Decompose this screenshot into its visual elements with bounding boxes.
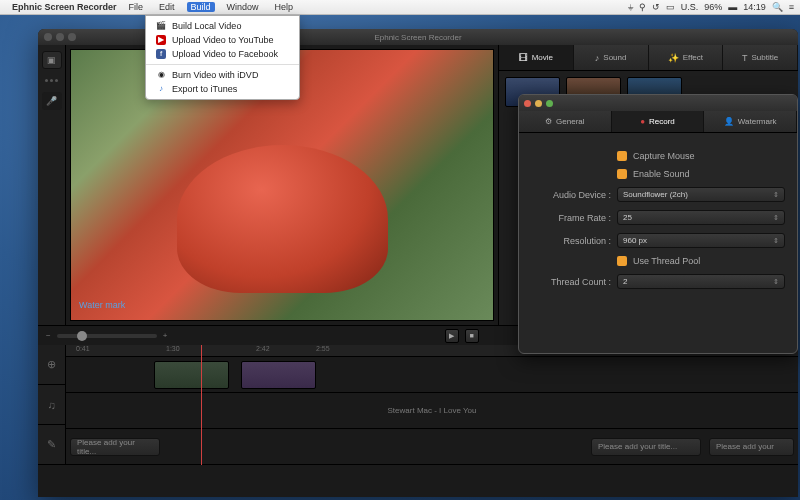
build-menu-dropdown: 🎬Build Local Video ▶Upload Video to YouT…: [145, 15, 300, 100]
window-title: Ephnic Screen Recorder: [374, 33, 461, 42]
zoom-in-icon[interactable]: +: [163, 331, 168, 340]
media-tabs: 🎞Movie ♪Sound ✨Effect TSubtitle: [499, 45, 798, 71]
menu-build-local-video[interactable]: 🎬Build Local Video: [146, 19, 299, 33]
ruler-tick: 2:55: [316, 345, 330, 352]
menu-upload-youtube[interactable]: ▶Upload Video to YouTube: [146, 33, 299, 47]
chevron-updown-icon: ⇕: [773, 237, 779, 245]
chevron-updown-icon: ⇕: [773, 191, 779, 199]
menu-edit[interactable]: Edit: [155, 2, 179, 12]
menu-upload-facebook[interactable]: fUpload Video to Facebook: [146, 47, 299, 61]
battery-percent: 96%: [704, 2, 722, 12]
menu-window[interactable]: Window: [223, 2, 263, 12]
thread-pool-label: Use Thread Pool: [633, 256, 700, 266]
bluetooth-icon[interactable]: ⚲: [639, 2, 646, 12]
spotlight-icon[interactable]: 🔍: [772, 2, 783, 12]
play-button[interactable]: ▶: [445, 329, 459, 343]
clock[interactable]: 14:19: [743, 2, 766, 12]
ruler-tick: 1:30: [166, 345, 180, 352]
title-clip[interactable]: Please add your title...: [70, 438, 160, 456]
watermark-label: Water mark: [79, 300, 125, 310]
zoom-out-icon[interactable]: −: [46, 331, 51, 340]
close-button[interactable]: [524, 100, 531, 107]
enable-sound-label: Enable Sound: [633, 169, 690, 179]
frame-rate-label: Frame Rate :: [531, 213, 611, 223]
capture-mouse-checkbox[interactable]: [617, 151, 627, 161]
audio-clip-title: Stewart Mac - I Love You: [388, 406, 477, 415]
tab-subtitle[interactable]: TSubtitle: [723, 45, 798, 70]
video-clip[interactable]: [241, 361, 316, 389]
wifi-icon[interactable]: ⏚: [628, 2, 633, 12]
frame-rate-select[interactable]: 25⇕: [617, 210, 785, 225]
effect-icon: ✨: [668, 53, 679, 63]
tool-indicator: [45, 79, 58, 82]
sync-icon[interactable]: ↺: [652, 2, 660, 12]
battery-icon[interactable]: ▭: [666, 2, 675, 12]
settings-tab-record[interactable]: ●Record: [612, 111, 705, 132]
youtube-icon: ▶: [156, 35, 166, 45]
sound-icon: ♪: [595, 53, 600, 63]
video-track-header[interactable]: ⊕: [38, 345, 65, 385]
playhead[interactable]: [201, 345, 202, 465]
itunes-icon: ♪: [156, 84, 166, 94]
chevron-updown-icon: ⇕: [773, 214, 779, 222]
minimize-button[interactable]: [56, 33, 64, 41]
audio-track-header[interactable]: ♫: [38, 385, 65, 425]
zoom-button[interactable]: [68, 33, 76, 41]
resolution-select[interactable]: 960 px⇕: [617, 233, 785, 248]
mic-tool[interactable]: 🎤: [42, 92, 62, 110]
title-clip[interactable]: Please add your: [709, 438, 794, 456]
timeline: ⊕ ♫ ✎ 0:41 1:30 2:42 2:55 Stewart Mac - …: [38, 345, 798, 465]
menu-build[interactable]: Build: [187, 2, 215, 12]
facebook-icon: f: [156, 49, 166, 59]
menu-help[interactable]: Help: [271, 2, 298, 12]
tab-effect[interactable]: ✨Effect: [649, 45, 724, 70]
settings-tab-general[interactable]: ⚙General: [519, 111, 612, 132]
camera-tool[interactable]: ▣: [42, 51, 62, 69]
ruler-tick: 0:41: [76, 345, 90, 352]
battery-icon-2: ▬: [728, 2, 737, 12]
title-track-header[interactable]: ✎: [38, 425, 65, 465]
zoom-knob[interactable]: [77, 331, 87, 341]
audio-track[interactable]: Stewart Mac - I Love You: [66, 393, 798, 429]
thread-count-label: Thread Count :: [531, 277, 611, 287]
settings-panel: ⚙General ●Record 👤Watermark Capture Mous…: [518, 94, 798, 354]
track-headers: ⊕ ♫ ✎: [38, 345, 66, 465]
menu-file[interactable]: File: [125, 2, 148, 12]
zoom-slider[interactable]: [57, 334, 157, 338]
zoom-button[interactable]: [546, 100, 553, 107]
film-icon: 🎬: [156, 21, 166, 31]
settings-tabs: ⚙General ●Record 👤Watermark: [519, 111, 797, 133]
left-toolbar: ▣ 🎤: [38, 45, 66, 325]
title-clip[interactable]: Please add your title...: [591, 438, 701, 456]
audio-device-select[interactable]: Soundflower (2ch)⇕: [617, 187, 785, 202]
ruler-tick: 2:42: [256, 345, 270, 352]
stop-button[interactable]: ■: [465, 329, 479, 343]
chevron-updown-icon: ⇕: [773, 278, 779, 286]
thread-count-select[interactable]: 2⇕: [617, 274, 785, 289]
movie-icon: 🎞: [519, 53, 528, 63]
enable-sound-checkbox[interactable]: [617, 169, 627, 179]
capture-mouse-label: Capture Mouse: [633, 151, 695, 161]
macos-menubar: Ephnic Screen Recorder File Edit Build W…: [0, 0, 800, 15]
settings-tab-watermark[interactable]: 👤Watermark: [704, 111, 797, 132]
watermark-icon: 👤: [724, 117, 734, 126]
menu-burn-idvd[interactable]: ◉Burn Video with iDVD: [146, 68, 299, 82]
disc-icon: ◉: [156, 70, 166, 80]
app-name[interactable]: Ephnic Screen Recorder: [12, 2, 117, 12]
thread-pool-checkbox[interactable]: [617, 256, 627, 266]
input-flag[interactable]: U.S.: [681, 2, 699, 12]
subtitle-icon: T: [742, 53, 748, 63]
tab-movie[interactable]: 🎞Movie: [499, 45, 574, 70]
minimize-button[interactable]: [535, 100, 542, 107]
audio-device-label: Audio Device :: [531, 190, 611, 200]
record-icon: ●: [640, 117, 645, 126]
menu-export-itunes[interactable]: ♪Export to iTunes: [146, 82, 299, 96]
video-track[interactable]: [66, 357, 798, 393]
title-track[interactable]: Please add your title... Please add your…: [66, 429, 798, 465]
video-clip[interactable]: [154, 361, 229, 389]
tab-sound[interactable]: ♪Sound: [574, 45, 649, 70]
gear-icon: ⚙: [545, 117, 552, 126]
notifications-icon[interactable]: ≡: [789, 2, 794, 12]
settings-titlebar[interactable]: [519, 95, 797, 111]
close-button[interactable]: [44, 33, 52, 41]
